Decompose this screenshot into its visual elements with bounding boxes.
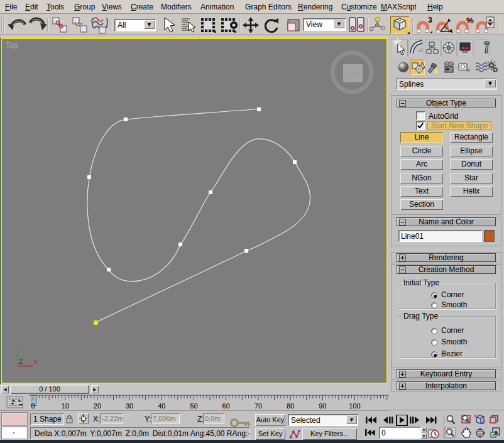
svg-text:%: %: [466, 16, 474, 25]
svg-text:90: 90: [319, 402, 326, 410]
svg-text:0: 0: [31, 402, 35, 410]
svg-text:X: X: [34, 359, 38, 365]
svg-text:30: 30: [126, 402, 133, 410]
svg-text:60: 60: [222, 402, 230, 410]
svg-text:80: 80: [287, 402, 294, 410]
svg-text:Z: Z: [19, 358, 23, 365]
svg-text:100: 100: [349, 402, 360, 410]
svg-text:3: 3: [428, 16, 432, 25]
svg-text:40: 40: [158, 402, 165, 410]
svg-text:50: 50: [190, 402, 197, 410]
svg-text:10: 10: [62, 402, 69, 410]
svg-text:TOP: TOP: [348, 71, 358, 75]
svg-text:y: y: [18, 343, 21, 349]
svg-text:70: 70: [255, 402, 262, 410]
svg-text:20: 20: [94, 402, 101, 410]
